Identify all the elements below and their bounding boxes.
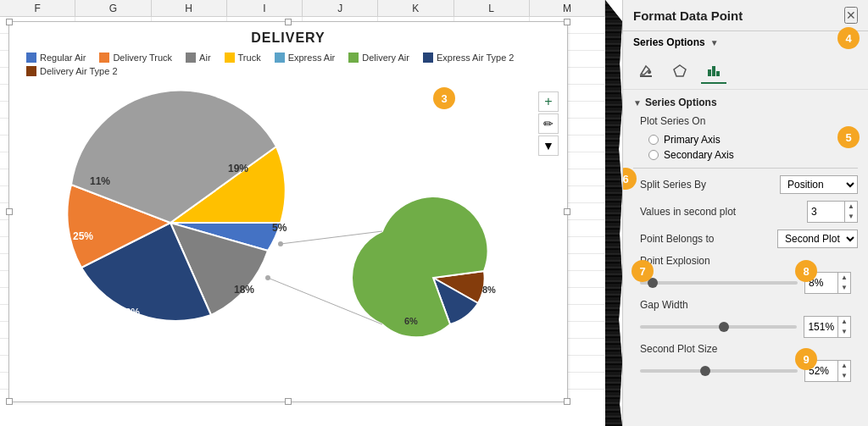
slice-label-11: 11% <box>90 175 110 187</box>
collapse-triangle-icon: ▼ <box>633 98 642 108</box>
annotation-9: 9 <box>795 348 817 370</box>
radio-secondary-axis-label: Secondary Axis <box>664 149 734 161</box>
col-G: G <box>75 0 151 16</box>
chart-toolbar: + ✏ ▼ <box>538 91 559 156</box>
slice-label-18: 18% <box>234 284 254 296</box>
values-in-second-plot-row[interactable]: Values in second plot 3 ▲ ▼ <box>623 197 868 226</box>
decrement-gap-icon[interactable]: ▼ <box>838 327 850 337</box>
col-L: L <box>454 0 530 16</box>
second-plot-size-slider[interactable] <box>640 369 798 373</box>
legend-label-delivery-truck: Delivery Truck <box>113 53 172 63</box>
radio-primary-axis[interactable]: Primary Axis <box>648 134 851 146</box>
legend-item: Truck <box>225 53 261 63</box>
values-in-second-plot-input[interactable]: 3 ▲ ▼ <box>807 201 858 223</box>
pentagon-icon <box>672 64 687 79</box>
small-label-4: 4% <box>471 310 485 320</box>
second-plot-size-arrows[interactable]: ▲ ▼ <box>837 361 850 381</box>
column-headers: F G H I J K L M <box>0 0 605 17</box>
chart-filter-btn[interactable]: ▼ <box>538 136 559 156</box>
legend-item: Regular Air <box>26 53 86 63</box>
plot-series-on-label-row: Plot Series On <box>623 112 868 130</box>
legend-item: Air <box>186 53 210 63</box>
gap-width-arrows[interactable]: ▲ ▼ <box>837 317 850 337</box>
slice-label-19: 19% <box>228 163 248 174</box>
panel-title: Format Data Point <box>633 8 743 23</box>
legend-label-delivery-air-type2: Delivery Air Type 2 <box>40 66 118 76</box>
increment-gap-icon[interactable]: ▲ <box>838 317 850 327</box>
legend-color-delivery-truck <box>99 53 109 63</box>
radio-primary-axis-circle[interactable] <box>648 135 659 145</box>
slice-label-5: 5% <box>272 222 287 234</box>
legend-label-delivery-air: Delivery Air <box>362 53 409 63</box>
legend-color-regular-air <box>26 53 36 63</box>
radio-secondary-axis-circle[interactable] <box>648 150 659 160</box>
chart-container[interactable]: DELIVERY Regular Air Delivery Truck Air <box>8 21 568 402</box>
second-plot-size-thumb[interactable] <box>700 366 710 376</box>
split-series-by-row[interactable]: Split Series By Position Value Percentag… <box>623 172 868 197</box>
series-options-bar[interactable]: Series Options ▼ 4 <box>623 31 868 53</box>
pentagon-icon-btn[interactable] <box>667 58 693 84</box>
small-label-6: 6% <box>404 316 418 326</box>
decrement-explosion-icon[interactable]: ▼ <box>838 283 850 293</box>
legend-item: Express Air <box>275 53 336 63</box>
svg-marker-1 <box>674 65 686 76</box>
plot-series-on-label: Plot Series On <box>640 115 858 127</box>
point-explosion-slider[interactable] <box>640 281 798 285</box>
chart-style-btn[interactable]: ✏ <box>538 113 559 134</box>
panel-title-bar: Format Data Point ✕ <box>623 0 868 31</box>
radio-group-plot-series: Primary Axis Secondary Axis 5 <box>623 130 868 164</box>
section-header-series-options: ▼ Series Options <box>623 90 868 112</box>
chart-title: DELIVERY <box>18 30 559 46</box>
split-series-by-select[interactable]: Position Value Percentage Custom <box>780 175 858 194</box>
annotation-4: 4 <box>837 27 860 49</box>
chart-legend: Regular Air Delivery Truck Air Truck Exp… <box>18 53 559 76</box>
col-I: I <box>227 0 303 16</box>
section-label-series-options: Series Options <box>645 97 717 108</box>
slice-label-22: 22% <box>120 307 140 318</box>
svg-rect-4 <box>716 71 720 76</box>
legend-item: Delivery Air Type 2 <box>26 66 118 76</box>
second-plot-size-label-row: Second Plot Size <box>623 340 868 358</box>
split-series-by-label: Split Series By <box>640 179 773 191</box>
paint-bucket-icon-btn[interactable] <box>633 58 659 84</box>
svg-rect-2 <box>708 69 711 76</box>
point-explosion-arrows[interactable]: ▲ ▼ <box>837 273 850 293</box>
gap-width-input[interactable]: 151% ▲ ▼ <box>804 316 851 338</box>
legend-label-express-air-type2: Express Air Type 2 <box>437 53 515 63</box>
dropdown-arrow-icon: ▼ <box>710 38 719 47</box>
col-F: F <box>0 0 75 16</box>
annotation-6: 6 <box>622 168 637 190</box>
chart-svg: 19% 5% 18% 22% 25% 11% 8% 4% <box>18 83 560 362</box>
col-M: M <box>530 0 605 16</box>
point-explosion-label-row: Point Explosion <box>623 252 868 270</box>
radio-secondary-axis[interactable]: Secondary Axis <box>648 149 851 161</box>
values-in-second-plot-arrows[interactable]: ▲ ▼ <box>844 202 857 222</box>
increment-second-plot-icon[interactable]: ▲ <box>838 361 850 371</box>
gap-width-thumb[interactable] <box>719 322 729 332</box>
bar-chart-icon <box>706 63 721 78</box>
gap-width-label: Gap Width <box>640 299 858 311</box>
col-H: H <box>152 0 227 16</box>
chart-add-element-btn[interactable]: + <box>538 91 559 112</box>
annotation-5: 5 <box>837 126 860 148</box>
decrement-arrow-icon[interactable]: ▼ <box>845 212 857 222</box>
series-options-label: Series Options <box>633 36 705 48</box>
point-belongs-to-row[interactable]: Point Belongs to Second Plot First Plot <box>623 226 868 252</box>
format-panel: Format Data Point ✕ Series Options ▼ 4 <box>622 0 868 426</box>
annotation-3: 3 <box>433 87 455 109</box>
point-belongs-to-select[interactable]: Second Plot First Plot <box>777 230 858 248</box>
legend-item: Delivery Truck <box>99 53 172 63</box>
small-label-8: 8% <box>482 285 496 295</box>
annotation-8: 8 <box>795 260 817 282</box>
slice-label-25: 25% <box>73 230 93 242</box>
gap-width-slider[interactable] <box>640 325 797 329</box>
panel-close-button[interactable]: ✕ <box>844 7 858 24</box>
bar-chart-icon-btn[interactable] <box>701 58 726 84</box>
increment-explosion-icon[interactable]: ▲ <box>838 273 850 283</box>
legend-label-air: Air <box>199 53 210 63</box>
second-plot-size-label: Second Plot Size <box>640 343 858 355</box>
paint-bucket-icon <box>638 64 654 79</box>
decrement-second-plot-icon[interactable]: ▼ <box>838 371 850 381</box>
increment-arrow-icon[interactable]: ▲ <box>845 202 857 212</box>
gap-width-value: 151% <box>804 319 837 335</box>
